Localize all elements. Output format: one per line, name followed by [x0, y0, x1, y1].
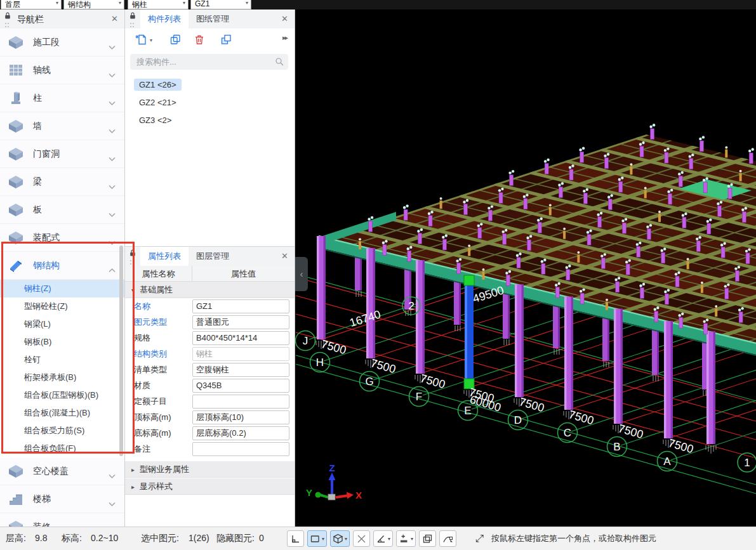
chevron-down-icon: ▾ — [388, 536, 390, 542]
property-group-display-label: 显示样式 — [140, 481, 173, 491]
property-value-input[interactable]: B400*450*14*14 — [192, 331, 289, 345]
component-list: GZ1 <26>GZ2 <21>GZ3 <2> — [125, 73, 295, 126]
sidebar-item-4[interactable]: 门窗洞 — [0, 140, 124, 168]
property-value-input[interactable] — [192, 442, 289, 456]
element-selector[interactable]: GZ1▾ — [190, 0, 251, 10]
lock-icon[interactable] — [129, 248, 138, 265]
sidebar-item-label: 装修 — [33, 521, 51, 527]
component-panel-tabs: 构件列表 图纸管理 — [140, 10, 237, 29]
search-input[interactable]: 搜索构件... — [130, 54, 288, 70]
property-row-2: 规格B400*450*14*14 — [125, 330, 295, 346]
axis-bubble-label: 1 — [744, 457, 750, 469]
selected-elements-value: 1(26) — [189, 527, 209, 549]
3d-viewport[interactable]: JHGFEDCBA2175007500750075007500750075007… — [295, 10, 756, 527]
type-selector[interactable]: 钢柱▾ — [128, 0, 189, 10]
property-group-steel[interactable]: ▸型钢业务属性 — [125, 461, 295, 478]
property-group-display[interactable]: ▸显示样式 — [125, 478, 295, 495]
sidebar-subitem-3[interactable]: 钢板(B) — [0, 333, 124, 351]
column-header-name: 属性名称 — [125, 266, 192, 282]
property-value-input[interactable]: 层顶标高(10) — [192, 410, 289, 424]
lock-icon[interactable] — [129, 11, 138, 28]
sidebar-subitem-0[interactable]: 钢柱(Z) — [0, 280, 124, 298]
property-value-input[interactable]: 普通图元 — [192, 315, 289, 329]
sidebar-subitem-2[interactable]: 钢梁(L) — [0, 315, 124, 333]
close-icon[interactable]: ✕ — [111, 10, 118, 29]
chevron-down-icon — [109, 96, 116, 108]
tab-property-list[interactable]: 属性列表 — [140, 247, 189, 266]
tab-component-list[interactable]: 构件列表 — [140, 10, 189, 29]
sidebar-item-7[interactable]: 装配式 — [0, 224, 124, 252]
sidebar-subitem-5[interactable]: 桁架楼承板(B) — [0, 369, 124, 386]
close-icon[interactable]: ✕ — [281, 247, 288, 266]
batch-select-button[interactable] — [419, 530, 436, 547]
chevron-down-icon: ▾ — [56, 0, 58, 6]
arc-tool-button[interactable] — [439, 530, 456, 547]
prefab-icon — [8, 231, 25, 245]
sidebar-item-label: 梁 — [33, 176, 42, 188]
sidebar-item-5[interactable]: 梁 — [0, 168, 124, 196]
property-value-input[interactable]: 钢柱 — [192, 347, 289, 361]
tab-layer-management[interactable]: 图层管理 — [189, 247, 237, 266]
expand-toolbar-button[interactable]: ▸▸ — [282, 34, 287, 42]
category-selector[interactable]: 钢结构▾ — [63, 0, 124, 10]
chevron-up-icon — [109, 264, 116, 275]
chevron-down-icon — [109, 208, 116, 219]
sidebar-item-6[interactable]: 板 — [0, 196, 124, 224]
gizmo-x-label: X — [355, 490, 362, 501]
sidebar-item-label: 柱 — [33, 93, 42, 104]
sidebar-subitem-1[interactable]: 型钢砼柱(Z) — [0, 298, 124, 315]
sidebar-scrollbar-thumb[interactable] — [119, 246, 123, 456]
chevron-down-icon — [109, 41, 116, 52]
sidebar-item-0[interactable]: 施工段 — [0, 29, 124, 56]
cross-select-button[interactable] — [353, 530, 370, 547]
property-value-input[interactable]: GZ1 — [192, 299, 289, 313]
close-icon[interactable]: ✕ — [281, 10, 288, 29]
sidebar-item-label: 装配式 — [33, 232, 60, 244]
sidebar-item-list: 施工段轴线柱墙门窗洞梁板装配式钢结构钢柱(Z)型钢砼柱(Z)钢梁(L)钢板(B)… — [0, 29, 124, 527]
property-value-input[interactable]: Q345B — [192, 379, 289, 393]
property-value-input[interactable]: 层底标高(0.2) — [192, 426, 289, 440]
rect-select-button[interactable]: ▾ — [307, 530, 327, 547]
delete-component-button[interactable] — [194, 34, 206, 48]
floor-selector[interactable]: 首层▾ — [1, 0, 62, 10]
property-value-input[interactable] — [192, 395, 289, 409]
lock-icon — [129, 11, 136, 20]
property-row-1: 图元类型普通图元 — [125, 314, 295, 330]
snap-tool-button[interactable]: ▾ — [396, 530, 416, 547]
elevation-label: 标高: — [62, 527, 82, 549]
property-group-basic[interactable]: ▾基础属性 — [125, 282, 295, 298]
floor-height-value: 9.8 — [35, 527, 47, 549]
angle-tool-button[interactable]: ▾ — [373, 530, 393, 547]
sidebar-item-3[interactable]: 墙 — [0, 112, 124, 140]
dimension-label: 7500 — [567, 408, 595, 427]
property-name: 定额子目 — [134, 393, 167, 409]
sidebar-item-1[interactable]: 轴线 — [0, 56, 124, 84]
component-list-item-1[interactable]: GZ2 <21> — [134, 96, 182, 108]
layer-copy-button[interactable] — [220, 34, 232, 48]
sidebar-subitem-6[interactable]: 组合板(压型钢板)(B) — [0, 386, 124, 404]
component-list-item-2[interactable]: GZ3 <2> — [134, 114, 176, 126]
copy-component-button[interactable] — [169, 34, 182, 48]
sidebar-subitem-4[interactable]: 栓钉 — [0, 351, 124, 369]
sidebar-item-11[interactable]: 装修 — [0, 513, 124, 527]
slab-icon — [8, 203, 25, 217]
component-list-item-0[interactable]: GZ1 <26> — [134, 79, 182, 91]
sidebar-item-8[interactable]: 钢结构 — [0, 252, 124, 280]
grip-top[interactable] — [464, 275, 474, 285]
lock-icon[interactable] — [4, 11, 13, 28]
property-value-input[interactable]: 空腹钢柱 — [192, 363, 289, 377]
tab-drawing-management[interactable]: 图纸管理 — [189, 10, 237, 29]
sidebar-item-2[interactable]: 柱 — [0, 84, 124, 112]
sidebar-subitem-8[interactable]: 组合板受力筋(S) — [0, 422, 124, 440]
sidebar-item-10[interactable]: 楼梯 — [0, 485, 124, 513]
sidebar-item-9[interactable]: 空心楼盖 — [0, 457, 124, 485]
ortho-mode-button[interactable] — [287, 530, 304, 547]
collapse-panel-tab[interactable]: ‹ — [295, 257, 308, 291]
view-3d-button[interactable]: ▾ — [330, 530, 350, 547]
sidebar-subitem-9[interactable]: 组合板负筋(F) — [0, 440, 124, 457]
new-component-button[interactable]: ▾ — [135, 34, 152, 48]
chevron-down-icon — [109, 469, 116, 481]
axis-bubble-label: G — [365, 376, 373, 388]
triangle-down-icon: ▾ — [131, 282, 135, 299]
sidebar-subitem-7[interactable]: 组合板(混凝土)(B) — [0, 404, 124, 422]
